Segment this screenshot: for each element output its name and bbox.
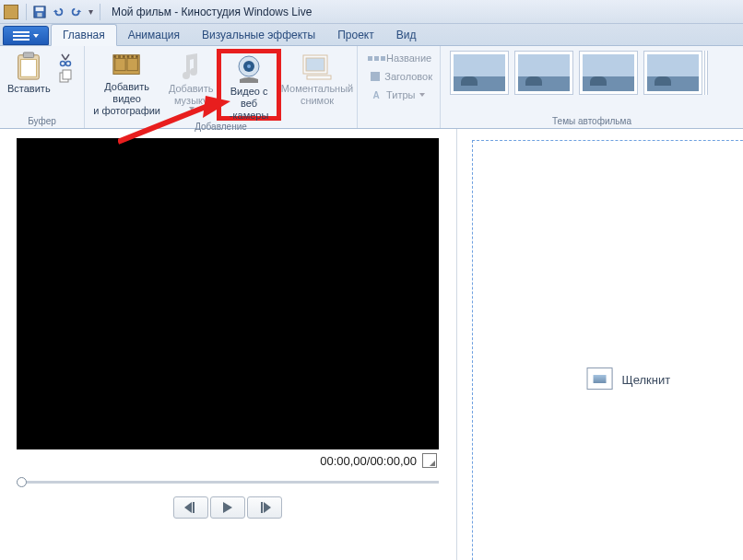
time-display: 00:00,00/00:00,00	[320, 454, 417, 468]
film-strip-icon	[112, 51, 143, 80]
svg-point-6	[60, 62, 65, 66]
paste-label: Вставить	[7, 83, 51, 95]
svg-rect-4	[24, 52, 34, 58]
titlebar: ▾ Мой фильм - Киностудия Windows Live	[0, 0, 743, 24]
group-label-buffer: Буфер	[4, 115, 80, 126]
clipboard-icon	[15, 52, 42, 81]
theme-thumbnail[interactable]	[643, 51, 702, 95]
ribbon-tabs: Главная Анимация Визуальные эффекты Прое…	[0, 24, 743, 46]
time-row: 00:00,00/00:00,00	[17, 449, 439, 472]
chevron-down-icon	[189, 107, 195, 111]
themes-gallery[interactable]	[444, 49, 739, 95]
hint-text: Щелкнит	[622, 373, 671, 387]
video-preview[interactable]	[17, 138, 439, 449]
webcam-video-button[interactable]: Видео с веб -камеры	[217, 49, 281, 121]
svg-rect-17	[131, 56, 133, 58]
copy-icon[interactable]	[58, 69, 73, 84]
caption-label: Заголовок	[384, 71, 432, 82]
menu-icon	[13, 35, 29, 37]
svg-rect-18	[136, 56, 137, 58]
playback-controls	[17, 493, 439, 522]
preview-pane: 00:00,00/00:00,00	[0, 129, 456, 560]
storyboard-dropzone[interactable]: Щелкнит	[472, 140, 743, 560]
tab-visual-effects[interactable]: Визуальные эффекты	[191, 25, 326, 45]
fullscreen-button[interactable]	[422, 453, 437, 468]
add-video-label: Добавить видео и фотографии	[92, 81, 161, 118]
previous-frame-button[interactable]	[173, 496, 208, 519]
webcam-label: Видео с веб -камеры	[221, 86, 277, 122]
svg-marker-27	[184, 502, 192, 513]
group-label-text	[361, 125, 436, 126]
snapshot-icon	[301, 52, 333, 80]
svg-point-7	[65, 62, 70, 66]
paste-button[interactable]: Вставить	[4, 49, 54, 113]
svg-rect-9	[63, 70, 71, 79]
theme-thumbnail[interactable]	[579, 51, 638, 95]
chevron-down-icon	[419, 93, 425, 97]
undo-button[interactable]	[50, 4, 66, 20]
svg-rect-11	[114, 58, 124, 70]
music-note-icon	[177, 52, 205, 81]
webcam-icon	[233, 53, 265, 85]
next-frame-button[interactable]	[247, 496, 282, 519]
app-icon	[4, 5, 18, 19]
cut-icon[interactable]	[58, 52, 73, 67]
svg-marker-31	[264, 502, 271, 513]
ribbon-group-themes: Темы автофильма	[441, 46, 743, 128]
title-button[interactable]: Название	[365, 49, 436, 67]
title-btn-label: Название	[386, 52, 431, 64]
svg-rect-12	[127, 58, 137, 70]
storyboard-pane[interactable]: Щелкнит	[456, 129, 743, 560]
svg-rect-23	[306, 58, 324, 71]
seek-slider[interactable]	[17, 472, 439, 493]
add-video-photo-button[interactable]: Добавить видео и фотографии	[88, 49, 165, 113]
svg-rect-24	[307, 76, 331, 79]
svg-rect-1	[36, 6, 44, 10]
tab-main[interactable]: Главная	[51, 24, 117, 46]
play-button[interactable]	[210, 496, 245, 519]
svg-rect-30	[261, 502, 263, 513]
snapshot-label: Моментальный снимок	[281, 83, 353, 107]
ribbon-group-add: Добавить видео и фотографии Добавить муз…	[85, 46, 358, 128]
add-music-label: Добавить музыку	[169, 83, 214, 107]
ribbon: Вставить Буфер Добавить видео	[0, 46, 743, 129]
svg-rect-16	[127, 56, 129, 58]
save-button[interactable]	[31, 4, 48, 20]
credits-label: Титры	[386, 89, 415, 100]
seek-thumb[interactable]	[17, 477, 27, 487]
ribbon-group-clipboard: Вставить Буфер	[0, 46, 85, 128]
ribbon-group-text: Название Заголовок Титры	[358, 46, 441, 128]
group-label-themes: Темы автофильма	[444, 115, 739, 126]
theme-thumbnail[interactable]	[450, 51, 509, 95]
svg-rect-28	[193, 502, 195, 513]
window-title: Мой фильм - Киностудия Windows Live	[112, 6, 312, 18]
redo-button[interactable]	[68, 4, 85, 20]
svg-marker-29	[223, 502, 232, 513]
add-music-button[interactable]: Добавить музыку	[165, 49, 217, 113]
tab-project[interactable]: Проект	[326, 25, 385, 45]
svg-rect-15	[123, 56, 124, 58]
snapshot-button[interactable]: Моментальный снимок	[281, 49, 353, 113]
svg-rect-5	[21, 59, 37, 76]
tab-view[interactable]: Вид	[385, 25, 428, 45]
chevron-down-icon	[33, 34, 39, 38]
storyboard-hint: Щелкнит	[589, 369, 671, 390]
photo-stack-icon	[589, 369, 613, 390]
svg-point-21	[247, 64, 251, 68]
caption-button[interactable]: Заголовок	[365, 67, 436, 86]
svg-rect-14	[118, 56, 120, 58]
svg-rect-13	[113, 56, 115, 58]
credits-button[interactable]: Титры	[365, 86, 436, 104]
file-tab[interactable]	[3, 26, 49, 45]
content-area: 00:00,00/00:00,00 Щелкнит	[0, 129, 743, 560]
svg-rect-2	[37, 12, 41, 16]
divider	[100, 4, 100, 20]
tab-animation[interactable]: Анимация	[117, 25, 191, 45]
divider	[26, 4, 27, 20]
theme-thumbnail[interactable]	[514, 51, 573, 95]
qat-dropdown[interactable]: ▾	[86, 6, 96, 17]
